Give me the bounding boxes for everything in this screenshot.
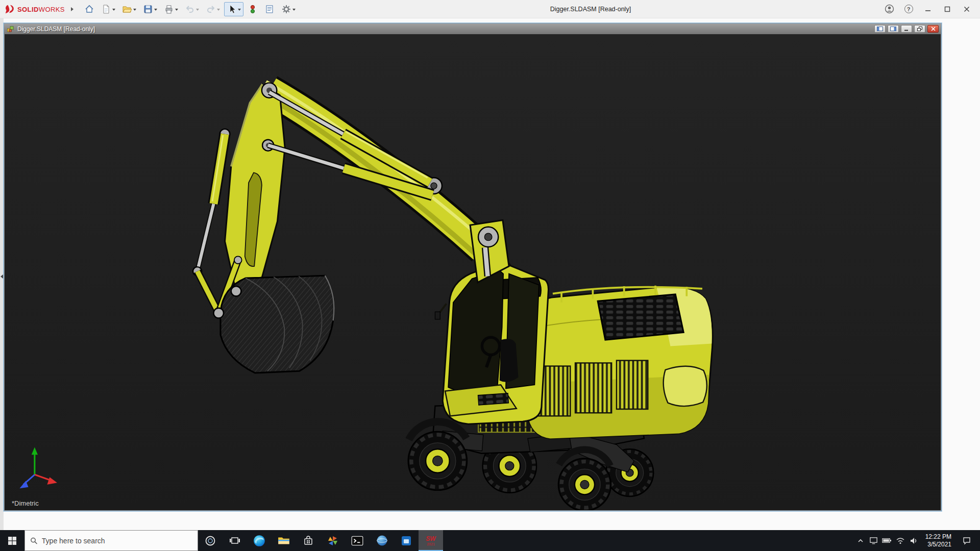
- cortana-button[interactable]: [198, 530, 223, 551]
- sphere-app-button[interactable]: [370, 530, 394, 551]
- excavator-model[interactable]: [5, 34, 941, 510]
- print-icon: [164, 4, 174, 14]
- task-view-icon: [229, 535, 241, 547]
- tray-network-button[interactable]: [894, 536, 907, 545]
- undo-icon: [185, 4, 195, 14]
- help-button[interactable]: ?: [902, 3, 915, 15]
- solidworks-taskbar-button[interactable]: SW 2021: [419, 530, 443, 551]
- volume-icon: [909, 536, 918, 545]
- dropdown-caret[interactable]: [133, 9, 136, 11]
- doc-close-icon: [931, 27, 936, 31]
- dropdown-caret[interactable]: [238, 9, 241, 11]
- dropdown-caret[interactable]: [112, 9, 115, 11]
- pinwheel-app-icon: [327, 535, 339, 547]
- solidworks-app-window: SOLIDWORKS: [0, 0, 980, 551]
- close-button[interactable]: [961, 3, 973, 15]
- mirror: [435, 312, 440, 319]
- new-document-button[interactable]: [99, 2, 118, 16]
- action-center-button[interactable]: [957, 536, 977, 545]
- tray-display-button[interactable]: [867, 536, 880, 545]
- save-button[interactable]: [140, 2, 160, 16]
- solidworks-logo: SOLIDWORKS: [4, 4, 65, 15]
- wheel-rear-left[interactable]: [558, 459, 611, 510]
- file-properties-button[interactable]: [262, 2, 277, 16]
- redo-button[interactable]: [203, 2, 223, 16]
- print-button[interactable]: [161, 2, 181, 16]
- pinwheel-app-button[interactable]: [321, 530, 345, 551]
- new-document-icon: [101, 4, 111, 14]
- menu-flyout-arrow[interactable]: [71, 7, 74, 11]
- file-properties-icon: [264, 4, 275, 14]
- battery-icon: [882, 536, 892, 545]
- maximize-button[interactable]: [941, 3, 953, 15]
- search-input[interactable]: [42, 537, 192, 545]
- close-icon: [964, 6, 970, 12]
- app-titlebar: SOLIDWORKS: [0, 0, 980, 18]
- quick-access-toolbar: [82, 2, 298, 16]
- doc-restore-icon: [917, 27, 923, 32]
- hidden-icons-button[interactable]: [854, 537, 867, 544]
- workspace: Digger.SLDASM [Read-only]: [0, 18, 980, 530]
- edge-button[interactable]: [247, 530, 272, 551]
- pane-right-button[interactable]: [888, 25, 899, 33]
- open-button[interactable]: [119, 2, 139, 16]
- minimize-icon: [925, 6, 931, 12]
- taskbar-search[interactable]: [24, 530, 198, 551]
- windows-logo-icon: [8, 536, 17, 545]
- tray-volume-button[interactable]: [907, 536, 920, 545]
- minimize-button[interactable]: [922, 3, 934, 15]
- select-tool-button[interactable]: [224, 2, 243, 16]
- start-button[interactable]: [0, 530, 24, 551]
- sphere-app-icon: [376, 534, 388, 547]
- task-view-button[interactable]: [223, 530, 247, 551]
- seat: [500, 339, 519, 382]
- dropdown-caret[interactable]: [196, 9, 199, 11]
- body-housing[interactable]: [526, 286, 713, 439]
- select-cursor-icon: [227, 4, 237, 14]
- pane-left-button[interactable]: [874, 25, 886, 33]
- document-titlebar[interactable]: Digger.SLDASM [Read-only]: [4, 23, 941, 34]
- edge-icon: [253, 534, 266, 547]
- pane-right-icon: [890, 27, 896, 31]
- store-button[interactable]: [296, 530, 321, 551]
- taskbar-clock[interactable]: 12:22 PM 3/5/2021: [920, 533, 957, 548]
- cortana-icon: [205, 535, 216, 546]
- rebuild-button[interactable]: [245, 2, 260, 16]
- tray-battery-button[interactable]: [880, 536, 894, 545]
- doc-close-button[interactable]: [927, 25, 939, 33]
- dropdown-caret[interactable]: [175, 9, 178, 11]
- graphics-viewport[interactable]: *Dimetric: [5, 34, 941, 510]
- account-icon: [885, 4, 894, 14]
- ds-logo-mark: [4, 4, 15, 15]
- dropdown-caret[interactable]: [217, 9, 220, 11]
- action-center-icon: [962, 536, 971, 545]
- solidworks-app-icon: SW 2021: [426, 536, 435, 546]
- redo-icon: [206, 4, 216, 14]
- doc-minimize-icon: [904, 27, 909, 31]
- dropdown-caret[interactable]: [292, 9, 296, 11]
- blue-app-icon: [400, 535, 412, 547]
- blue-app-button[interactable]: [394, 530, 419, 551]
- undo-button[interactable]: [182, 2, 202, 16]
- maximize-icon: [944, 6, 950, 12]
- file-explorer-icon: [277, 534, 290, 547]
- help-icon: ?: [904, 5, 913, 13]
- account-button[interactable]: [883, 3, 895, 15]
- terminal-button[interactable]: [345, 530, 370, 551]
- doc-minimize-button[interactable]: [901, 25, 912, 33]
- system-tray: 12:22 PM 3/5/2021: [854, 530, 980, 551]
- open-folder-icon: [122, 4, 132, 14]
- wheel-front-left[interactable]: [408, 432, 467, 490]
- home-button[interactable]: [82, 2, 97, 16]
- doc-restore-button[interactable]: [914, 25, 925, 33]
- options-button[interactable]: [279, 2, 298, 16]
- windows-taskbar: SW 2021 12:22 PM 3/5/2021: [0, 530, 980, 551]
- wifi-icon: [896, 536, 905, 545]
- store-icon: [302, 535, 314, 547]
- file-explorer-button[interactable]: [272, 530, 296, 551]
- collapsed-panel-strip[interactable]: [0, 18, 4, 530]
- dropdown-caret[interactable]: [154, 9, 157, 11]
- collapse-arrow-icon: [1, 274, 3, 279]
- engine-grille: [598, 294, 683, 340]
- rebuild-icon: [248, 4, 258, 14]
